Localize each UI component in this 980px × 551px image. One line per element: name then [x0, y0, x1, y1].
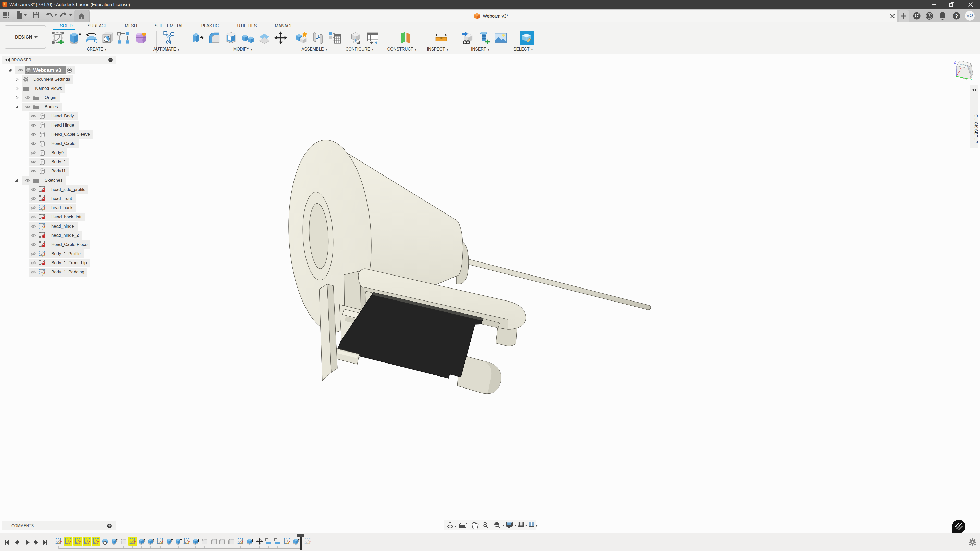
svg-text:Y: Y	[970, 77, 973, 81]
svg-text:?: ?	[955, 13, 958, 19]
svg-text:X: X	[959, 67, 962, 71]
svg-text:Z: Z	[954, 61, 956, 64]
svg-text:F: F	[4, 2, 6, 5]
svg-text:FUS: FUS	[3, 5, 6, 6]
